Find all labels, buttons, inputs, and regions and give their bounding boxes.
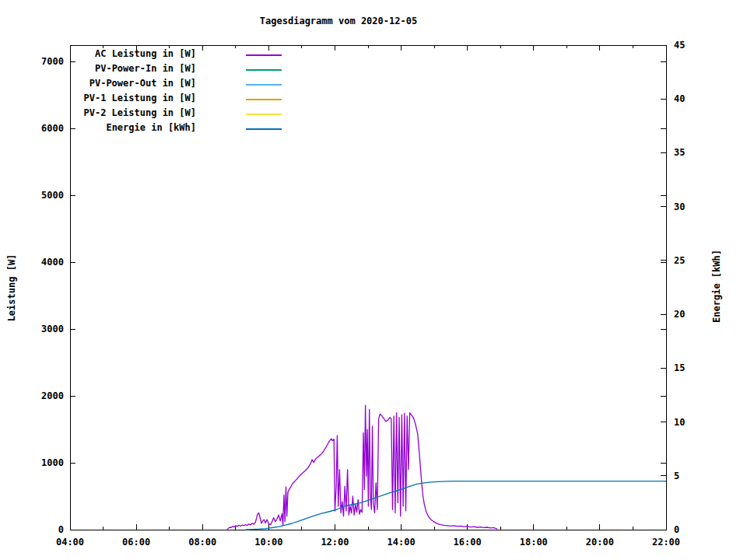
x-tick-label: 16:00 [454,537,482,548]
y-tick-label: 0 [58,524,64,535]
y-tick-label: 1000 [41,457,64,468]
y2-tick-label: 35 [674,147,685,158]
y2-tick-label: 0 [674,524,679,535]
series-line-ac-leistung-in-w [227,405,497,529]
y2-tick-label: 30 [674,201,685,212]
y2-tick-label: 10 [674,417,685,428]
y-tick-label: 4000 [41,257,64,268]
y2-tick-label: 45 [674,40,685,51]
y-tick-label: 6000 [41,123,64,134]
y2-tick-label: 20 [674,309,685,320]
y2-tick-label: 5 [674,471,679,481]
daily-pv-chart: Tagesdiagramm vom 2020-12-05 Leistung [W… [0,0,747,560]
x-tick-label: 18:00 [520,537,548,548]
y2-tick-label: 40 [674,93,685,104]
x-tick-label: 04:00 [56,537,84,548]
y2-tick-label: 25 [674,255,685,266]
x-tick-label: 10:00 [254,537,282,548]
x-tick-label: 12:00 [321,537,349,548]
x-tick-label: 20:00 [586,537,614,548]
y2-tick-label: 15 [674,362,685,373]
x-tick-label: 14:00 [387,537,415,548]
y-tick-label: 5000 [41,190,64,201]
y-tick-label: 2000 [41,390,64,401]
x-tick-label: 22:00 [652,537,680,548]
plot-area: 04:0006:0008:0010:0012:0014:0016:0018:00… [0,0,747,560]
x-tick-label: 08:00 [188,537,216,548]
x-tick-label: 06:00 [122,537,150,548]
y-tick-label: 3000 [41,324,64,334]
y-tick-label: 7000 [41,56,64,67]
series-line-energie-in-kwh [246,481,667,530]
